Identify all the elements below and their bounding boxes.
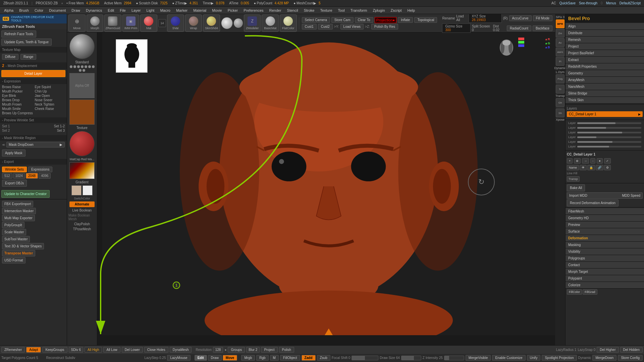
- extract-btn[interactable]: Extract: [566, 57, 644, 63]
- expr-brows-raise[interactable]: Brows Raise: [2, 85, 32, 89]
- polygroups-btn[interactable]: Polygroups: [566, 255, 644, 262]
- shelf-btn[interactable]: Sh: [556, 109, 565, 117]
- wrap-tool[interactable]: Wrap: [185, 14, 202, 32]
- clay-polish-label[interactable]: ClayPolish: [74, 222, 90, 226]
- make-boolean-mesh-btn[interactable]: Make Boolean Mesh: [68, 214, 96, 221]
- update-cc-btn[interactable]: Update to Character Creator: [1, 190, 50, 198]
- zadd-btn[interactable]: Zadd: [302, 355, 316, 361]
- menu-zplugin[interactable]: Zplugin: [370, 8, 387, 13]
- menu-edit[interactable]: Edit: [105, 8, 117, 13]
- menu-stencil[interactable]: Stencil: [284, 8, 301, 13]
- visibility-btn[interactable]: Visibility: [566, 248, 644, 255]
- arraymesh-btn[interactable]: ArrayMesh: [566, 77, 644, 83]
- polish-by-res-btn[interactable]: Polish By Res: [371, 24, 398, 29]
- skinshade-tool[interactable]: SkinShd4: [203, 14, 220, 32]
- store-config-btn[interactable]: Store Config: [618, 355, 643, 361]
- size-1024-btn[interactable]: 1024: [13, 173, 25, 179]
- fill-color-btn[interactable]: FillColor: [567, 289, 582, 295]
- gradient-bar[interactable]: [69, 162, 95, 179]
- tpose-mesh-btn[interactable]: TPoseMesh: [73, 227, 91, 231]
- project-btn2[interactable]: Project: [261, 347, 277, 353]
- live-boolean-btn[interactable]: Live Boolean: [72, 208, 92, 212]
- all-low-btn[interactable]: All Low: [103, 347, 120, 353]
- project-btn[interactable]: Project: [566, 43, 644, 50]
- blur-val[interactable]: Blur 2: [246, 347, 260, 353]
- lazy-mouse-btn[interactable]: LazyMouse: [167, 355, 190, 361]
- del-hidden-btn[interactable]: Del Hidden: [620, 347, 643, 353]
- deformation-btn[interactable]: Deformation: [566, 235, 644, 242]
- fibermesh-btn[interactable]: FiberMesh: [566, 208, 644, 215]
- transp-btn[interactable]: Tr: [556, 85, 565, 94]
- multi-map-exporter-btn[interactable]: Multi Map Exporter: [2, 215, 35, 221]
- all-high-btn[interactable]: All High: [85, 347, 102, 353]
- size-512-btn[interactable]: 512: [2, 173, 12, 179]
- layer-settings-btn[interactable]: ⚙: [604, 165, 611, 170]
- close-holes-btn[interactable]: Close Holes: [144, 347, 168, 353]
- keep-groups-btn[interactable]: KeepGroups: [42, 347, 67, 353]
- expr-eye-blink[interactable]: Eye Blink: [2, 94, 32, 98]
- menu-macro[interactable]: Macro: [157, 8, 173, 13]
- accu-curve-btn[interactable]: AccuCurve: [509, 15, 532, 21]
- diffuse-btn[interactable]: Diffuse: [2, 54, 18, 60]
- mrgb-btn[interactable]: Mrgb: [241, 355, 255, 361]
- morph-target-btn[interactable]: Morph Target: [566, 268, 644, 275]
- draw-size-slider[interactable]: [401, 356, 421, 360]
- topological-btn[interactable]: Topological: [414, 17, 437, 23]
- edit-btn[interactable]: Edit: [195, 355, 207, 361]
- menu-brush[interactable]: Brush: [16, 8, 32, 13]
- expressions-export-btn[interactable]: Expressions: [28, 167, 52, 172]
- quick-save-btn[interactable]: QuickSave: [558, 1, 577, 5]
- menu-layer[interactable]: Layer: [129, 8, 144, 13]
- see-through-btn[interactable]: See-through: [578, 1, 599, 5]
- fill-grad-btn[interactable]: FillGrad: [583, 289, 597, 295]
- expr-neck-tighten[interactable]: Neck Tighten: [35, 103, 65, 106]
- zremesher-btn[interactable]: ZRemesher: [1, 347, 25, 353]
- poly-group-it-btn[interactable]: PolyGroupIt: [2, 222, 24, 228]
- layer-clone-btn[interactable]: ⊕: [574, 158, 581, 164]
- fbx-export-btn[interactable]: FBX ExportImport: [2, 201, 33, 207]
- dyna-mesh-btn[interactable]: DynaMesh: [170, 347, 192, 353]
- adapt-btn[interactable]: Adapt: [26, 347, 41, 353]
- imm-primitives-tool[interactable]: ▣ IMM Prim: [122, 14, 140, 32]
- bpr-btn[interactable]: BPR: [556, 19, 565, 28]
- surface-btn[interactable]: Surface: [566, 228, 644, 235]
- expr-brows-up-compress[interactable]: Brows Up Compress: [2, 111, 65, 115]
- actual-btn[interactable]: Ac: [556, 38, 565, 47]
- detail-layer-btn[interactable]: Detail Layer: [1, 70, 65, 77]
- morph-tool[interactable]: Morph: [87, 14, 104, 32]
- expr-jaw-open[interactable]: Jaw Open: [35, 94, 65, 98]
- align-btn[interactable]: Align: [566, 23, 644, 30]
- z-intensity-slider[interactable]: [444, 356, 464, 360]
- menu-picker[interactable]: Picker: [225, 8, 241, 13]
- export-objs-btn[interactable]: Export OBJs: [2, 180, 27, 187]
- update-eyes-btn[interactable]: Update Eyes, Teeth & Tongue: [1, 39, 52, 46]
- ghost-btn[interactable]: Gh: [556, 98, 565, 107]
- apply-mask-btn[interactable]: Apply Mask: [2, 149, 25, 157]
- move-tool[interactable]: ⊕ Move: [68, 14, 86, 32]
- menu-preferences[interactable]: Preferences: [241, 8, 266, 13]
- del-lower-btn[interactable]: Del Lower: [122, 347, 143, 353]
- nanomesh-btn[interactable]: NanoMesh: [566, 83, 644, 90]
- del-higher-btn[interactable]: Del Higher: [597, 347, 619, 353]
- menu-material[interactable]: Material: [191, 8, 209, 13]
- layer-eye-btn[interactable]: 👁: [580, 165, 587, 170]
- refresh-face-tools-btn[interactable]: Refresh Face Tools: [1, 31, 36, 38]
- distribute-btn[interactable]: Distribute: [566, 30, 644, 37]
- dark-swatch[interactable]: [71, 185, 82, 195]
- layer-minus-btn[interactable]: -: [590, 158, 595, 164]
- menu-zscript[interactable]: Zscript: [388, 8, 405, 13]
- masking-btn[interactable]: Masking: [566, 242, 644, 248]
- menu-render[interactable]: Render: [267, 8, 284, 13]
- set3-value[interactable]: Set 3: [57, 129, 65, 132]
- menu-stroke[interactable]: Stroke: [301, 8, 317, 13]
- intersection-masker-btn[interactable]: Intersection Masker: [2, 208, 36, 214]
- merge-down-btn[interactable]: MergeDown: [592, 355, 616, 361]
- basic-material-tool[interactable]: BasicMat: [262, 14, 279, 32]
- radial-count-btn[interactable]: RadialCount: [507, 25, 531, 31]
- menu-alpha[interactable]: Alpha: [1, 8, 16, 13]
- text-3d-btn[interactable]: Text 3D & Vector Shapes: [2, 243, 44, 249]
- zsub-btn[interactable]: Zsub: [317, 355, 330, 361]
- project-basrelief-btn[interactable]: Project BasRelief: [566, 50, 644, 57]
- expr-cheek-raise[interactable]: Cheek Raise: [35, 107, 65, 111]
- layer-plus-btn[interactable]: +: [567, 158, 573, 164]
